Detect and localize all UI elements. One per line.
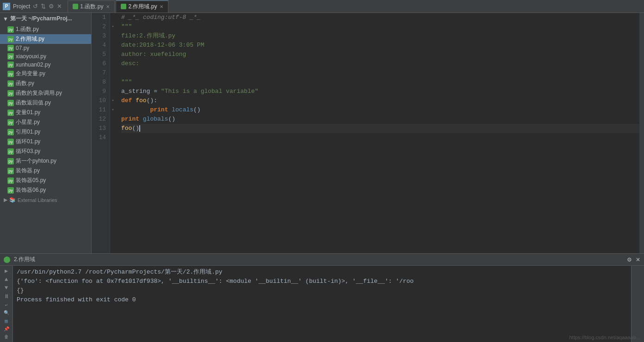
sidebar-label-xunhuan02: xunhuan02.py — [16, 61, 50, 68]
sidebar-external-libraries[interactable]: ▶ 📚 External Libraries — [0, 195, 91, 205]
code-line-4: date:2018-12-06 3:05 PM — [121, 41, 639, 50]
gutter-1 — [110, 13, 116, 22]
highlight-button[interactable]: ▤ — [2, 318, 11, 324]
tab-close-scope[interactable]: ✕ — [160, 4, 163, 9]
terminal-output1: {'foo': <function foo at 0x7fe1017df938>… — [17, 277, 627, 286]
sidebar-item-07[interactable]: py 07.py — [0, 44, 91, 52]
project-icon: P — [3, 3, 10, 10]
sidebar-label-07: 07.py — [16, 45, 29, 51]
tab-bar: 1.函数.py ✕ 2.作用域.py ✕ — [68, 0, 168, 12]
code-line-5: author: xuefeilong — [121, 50, 639, 59]
sidebar-item-functions-py[interactable]: py 1.函数.py — [0, 24, 91, 34]
sidebar-label-return: 函数返回值.py — [16, 99, 51, 107]
file-icon-globalvar: py — [7, 71, 14, 77]
sidebar-item-firstpython[interactable]: py 第一个pyhton.py — [0, 156, 91, 166]
code-container[interactable]: 12345 678910 11121314 ▾ ▾ ▾ — [92, 13, 644, 253]
run-button[interactable]: ▶ — [2, 268, 11, 275]
sidebar-item-decorator[interactable]: py 装饰器.py — [0, 166, 91, 176]
file-icon-star: py — [7, 119, 14, 126]
pause-button[interactable]: ⏸ — [2, 293, 11, 300]
terminal-command: /usr/bin/python2.7 /root/PycharmProjects… — [17, 268, 627, 277]
sidebar-item-return[interactable]: py 函数返回值.py — [0, 98, 91, 108]
code-line-7 — [121, 68, 639, 78]
toolbar-icon-close[interactable]: ✕ — [57, 3, 62, 10]
gutter-2[interactable]: ▾ — [110, 22, 116, 31]
tab-scope-py[interactable]: 2.作用域.py ✕ — [116, 0, 168, 12]
tab-functions-py[interactable]: 1.函数.py ✕ — [68, 0, 115, 12]
sidebar-item-decorator06[interactable]: py 装饰器06.py — [0, 185, 91, 195]
sidebar-label-func: 函数.py — [16, 79, 34, 87]
terminal-output2: {} — [17, 286, 627, 295]
gutter: ▾ ▾ ▾ — [110, 13, 116, 253]
close-panel-icon[interactable]: ✕ — [636, 256, 640, 263]
sidebar-item-star[interactable]: py 小星星.py — [0, 117, 91, 127]
file-icon-decorator06: py — [7, 187, 14, 194]
line-numbers: 12345 678910 11121314 — [92, 13, 110, 253]
gutter-10[interactable]: ▾ — [110, 96, 116, 105]
bottom-sidebar: ▶ ▲ ▼ ⏸ ↩ 🔍 ▤ 📌 🗑 — [0, 266, 13, 342]
sidebar-item-label: 1.函数.py — [16, 25, 39, 33]
project-toolbar: P Project ↺ ⇅ ⚙ ✕ — [3, 3, 62, 10]
toolbar-icon-sort[interactable]: ⇅ — [41, 3, 46, 10]
sidebar-label-loop01: 循环01.py — [16, 138, 40, 146]
toolbar-icon-refresh[interactable]: ↺ — [33, 3, 38, 10]
gutter-14 — [110, 133, 116, 142]
toolbar-icon-gear[interactable]: ⚙ — [49, 3, 54, 10]
file-icon-decorator: py — [7, 168, 14, 174]
sidebar-item-globalvar[interactable]: py 全局变量.py — [0, 69, 91, 79]
file-icon-ref01: py — [7, 129, 14, 135]
pin-button[interactable]: 📌 — [2, 326, 11, 332]
tab-close-functions[interactable]: ✕ — [106, 4, 110, 9]
sidebar-item-var01[interactable]: py 变量01.py — [0, 108, 91, 117]
sidebar-root[interactable]: ▼ 第一天 ~/PycharmProj... — [0, 13, 91, 24]
bottom-panel: 2.作用域 ⚙ ✕ ▶ ▲ ▼ ⏸ ↩ 🔍 ▤ 📌 🗑 /usr/bin/pyt… — [0, 253, 644, 342]
sidebar-item-loop03[interactable]: py 循环03.py — [0, 147, 91, 156]
filter-button[interactable]: 🔍 — [2, 310, 11, 316]
external-arrow: ▶ — [4, 197, 7, 203]
tab-icon-scope — [121, 4, 126, 9]
gutter-4 — [110, 41, 116, 50]
sidebar-item-func[interactable]: py 函数.py — [0, 79, 91, 88]
top-bar: P Project ↺ ⇅ ⚙ ✕ 1.函数.py ✕ 2.作用域.py ✕ — [0, 0, 644, 13]
scrollbar-right[interactable] — [639, 13, 644, 253]
file-icon-functions: py — [7, 26, 14, 33]
code-line-3: file:2.作用域.py — [121, 31, 639, 41]
file-icon-func: py — [7, 80, 14, 87]
file-icon-07: py — [7, 45, 14, 51]
run-label[interactable]: 2.作用域 — [14, 256, 35, 263]
file-icon-scope: py — [7, 36, 14, 43]
editor-area: 12345 678910 11121314 ▾ ▾ ▾ — [92, 13, 644, 253]
gutter-11[interactable]: ▾ — [110, 105, 116, 115]
sidebar-label-decorator05: 装饰器05.py — [16, 177, 46, 184]
wrap-button[interactable]: ↩ — [2, 302, 11, 308]
project-label: Project — [13, 3, 30, 10]
sidebar-item-scope-py[interactable]: py 2.作用域.py — [0, 34, 91, 44]
gutter-13 — [110, 124, 116, 133]
delete-button[interactable]: 🗑 — [2, 334, 11, 340]
sidebar-item-loop01[interactable]: py 循环01.py — [0, 137, 91, 147]
sidebar-item-xiaoyouxi[interactable]: py xiaoyouxi.py — [0, 52, 91, 61]
code-line-13: foo() — [121, 124, 639, 133]
settings-icon[interactable]: ⚙ — [627, 256, 632, 263]
terminal-output4: Process finished with exit code 0 — [17, 295, 627, 305]
down-button[interactable]: ▼ — [2, 285, 11, 291]
sidebar-item-decorator05[interactable]: py 装饰器05.py — [0, 176, 91, 185]
sidebar-label-globalvar: 全局变量.py — [16, 70, 45, 78]
file-icon-decorator05: py — [7, 177, 14, 184]
gutter-8 — [110, 78, 116, 87]
sidebar-item-complex-call[interactable]: py 函数的复杂调用.py — [0, 88, 91, 98]
up-button[interactable]: ▲ — [2, 276, 11, 283]
sidebar-root-label: 第一天 ~/PycharmProj... — [10, 15, 72, 23]
sidebar-label-complex-call: 函数的复杂调用.py — [16, 89, 62, 97]
code-lines[interactable]: # _*_ coding:utf-8 _*_ """ file:2.作用域.py… — [116, 13, 639, 253]
sidebar-label-firstpython: 第一个pyhton.py — [16, 157, 56, 165]
sidebar-item-ref01[interactable]: py 引用01.py — [0, 127, 91, 137]
terminal-area[interactable]: /usr/bin/python2.7 /root/PycharmProjects… — [13, 266, 631, 342]
sidebar-item-xunhuan02[interactable]: py xunhuan02.py — [0, 61, 91, 69]
sidebar-item-label-scope: 2.作用域.py — [16, 35, 44, 43]
code-line-6: desc: — [121, 59, 639, 68]
bottom-panel-header: 2.作用域 ⚙ ✕ — [0, 254, 644, 266]
sidebar-label-star: 小星星.py — [16, 118, 40, 126]
code-line-9: a_string = "This is a global variable" — [121, 87, 639, 96]
external-icon: 📚 — [9, 197, 16, 203]
